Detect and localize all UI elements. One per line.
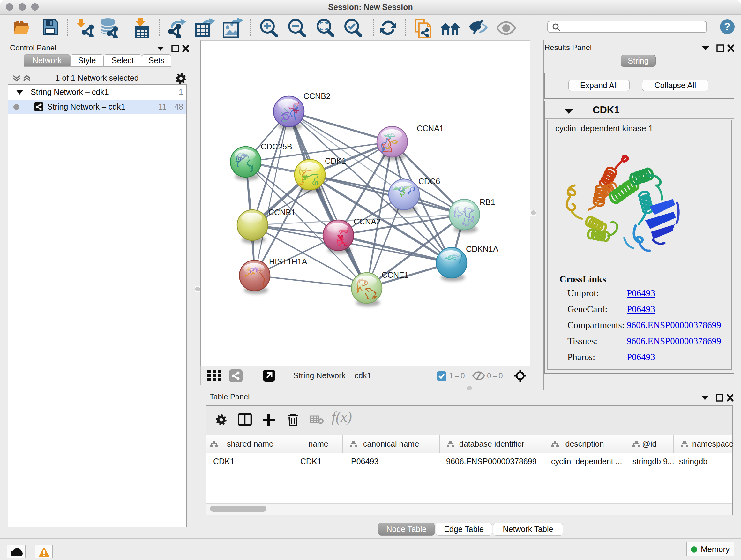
svg-text:CCNE1: CCNE1 [382, 270, 409, 279]
svg-text:CDKN1A: CDKN1A [466, 245, 498, 253]
svg-text:CCNA1: CCNA1 [417, 124, 444, 133]
svg-text:CCNB2: CCNB2 [304, 91, 331, 101]
svg-text:CCNB1: CCNB1 [268, 208, 295, 217]
svg-text:CDK1: CDK1 [325, 157, 346, 165]
svg-text:CDC25B: CDC25B [261, 142, 292, 151]
svg-text:?: ? [724, 20, 731, 33]
svg-text:RB1: RB1 [480, 198, 495, 206]
svg-text:CDC6: CDC6 [418, 177, 440, 186]
svg-text:CCNA2: CCNA2 [354, 217, 381, 226]
svg-text:HIST1H1A: HIST1H1A [269, 257, 307, 266]
